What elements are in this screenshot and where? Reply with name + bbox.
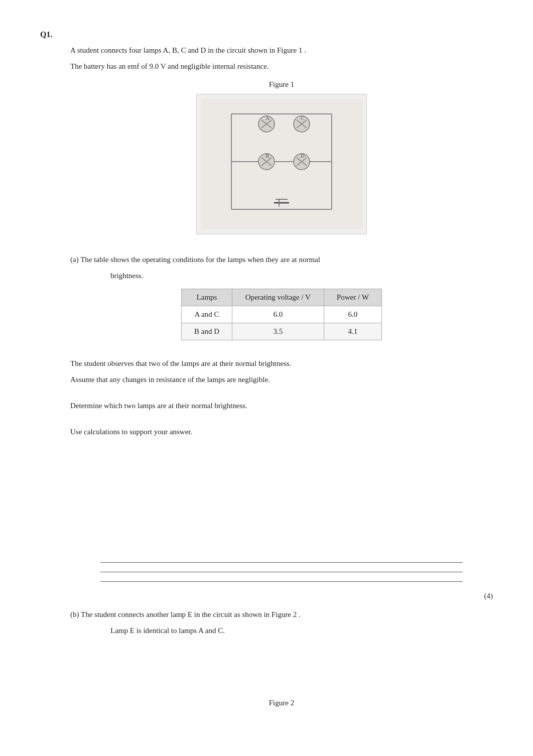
part-b-label: (b) The student connects another lamp E …	[70, 608, 493, 620]
table-header-voltage: Operating voltage / V	[232, 289, 324, 306]
table-cell-lamps-2: B and D	[182, 323, 232, 340]
table-cell-power-1: 6.0	[324, 306, 381, 323]
use-calc-line: Use calculations to support your answer.	[70, 426, 493, 438]
intro-line1: A student connects four lamps A, B, C an…	[70, 44, 493, 56]
table-cell-voltage-2: 3.5	[232, 323, 324, 340]
question-label: Q1.	[40, 30, 493, 39]
observation-line2: Assume that any changes in resistance of…	[70, 373, 493, 386]
part-a-label2: brightness.	[110, 270, 493, 282]
svg-text:C: C	[301, 115, 304, 121]
part-b-label2: Lamp E is identical to lamps A and C.	[110, 624, 493, 637]
answer-line-2	[100, 572, 463, 572]
table-header-power: Power / W	[324, 289, 381, 306]
observation-line1: The student observes that two of the lam…	[70, 357, 493, 369]
part-a-label: (a) The table shows the operating condit…	[70, 254, 493, 266]
table-row: B and D 3.5 4.1	[182, 323, 382, 340]
table-row: A and C 6.0 6.0	[182, 306, 382, 323]
figure1-title: Figure 1	[70, 80, 493, 89]
svg-text:D: D	[301, 153, 305, 159]
svg-text:B: B	[265, 153, 269, 159]
svg-text:A: A	[265, 115, 270, 121]
figure2-title: Figure 2	[70, 699, 493, 707]
table-cell-power-2: 4.1	[324, 323, 381, 340]
lamps-table: Lamps Operating voltage / V Power / W A …	[181, 289, 382, 340]
figure1-diagram: A C B D	[196, 94, 367, 234]
marks-indicator: (4)	[70, 592, 493, 600]
determine-line: Determine which two lamps are at their n…	[70, 400, 493, 412]
intro-line2: The battery has an emf of 9.0 V and negl…	[70, 60, 493, 72]
answer-line-3	[100, 581, 463, 582]
table-cell-lamps-1: A and C	[182, 306, 232, 323]
table-cell-voltage-1: 6.0	[232, 306, 324, 323]
table-header-lamps: Lamps	[182, 289, 232, 306]
answer-line-1	[100, 562, 463, 563]
